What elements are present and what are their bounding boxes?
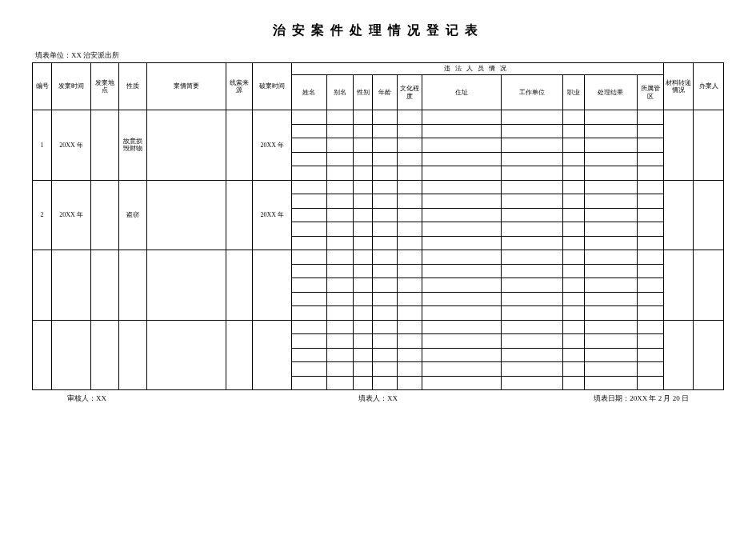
- cell-offender: [291, 222, 326, 237]
- cell-offender: [422, 110, 501, 125]
- cell-offender: [327, 124, 354, 138]
- cell-offender: [291, 166, 326, 181]
- cell-offender: [327, 376, 354, 390]
- cell-offender: [502, 110, 563, 125]
- table-row: [33, 320, 724, 334]
- header-unit-value: XX 治安派出所: [71, 51, 119, 59]
- cell-time: [52, 320, 90, 390]
- cell-offender: [373, 222, 398, 237]
- cell-offender: [584, 138, 637, 153]
- page: 治安案件处理情况登记表 填表单位：XX 治安派出所: [0, 0, 756, 535]
- cell-offender: [584, 152, 637, 166]
- cell-offender: [291, 236, 326, 250]
- cell-offender: [422, 376, 501, 390]
- cell-offender: [327, 236, 354, 250]
- cell-offender: [422, 236, 501, 250]
- cell-offender: [373, 194, 398, 209]
- cell-no: 1: [33, 110, 52, 181]
- cell-offender: [502, 362, 563, 377]
- cell-offender: [502, 334, 563, 349]
- cell-solvetime: [253, 320, 291, 390]
- col-alias: 别名: [327, 75, 354, 110]
- cell-offender: [584, 236, 637, 250]
- cell-offender: [502, 180, 563, 194]
- cell-offender: [584, 208, 637, 222]
- cell-offender: [354, 180, 373, 194]
- cell-source: [226, 180, 253, 250]
- cell-offender: [502, 124, 563, 138]
- col-gender: 性别: [354, 75, 373, 110]
- cell-place: [90, 250, 118, 321]
- cell-offender: [354, 362, 373, 377]
- cell-offender: [398, 362, 422, 377]
- cell-offender: [584, 334, 637, 349]
- cell-offender: [354, 222, 373, 237]
- cell-offender: [373, 348, 398, 362]
- cell-offender: [327, 208, 354, 222]
- header-unit-label: 填表单位：: [35, 51, 71, 59]
- cell-offender: [327, 152, 354, 166]
- cell-offender: [398, 180, 422, 194]
- cell-offender: [291, 306, 326, 321]
- cell-offender: [637, 334, 663, 349]
- cell-transfer: [663, 110, 693, 181]
- cell-summary: [147, 180, 226, 250]
- col-time: 发案时间: [52, 63, 90, 110]
- cell-offender: [563, 166, 584, 181]
- cell-offender: [373, 362, 398, 377]
- cell-offender: [563, 250, 584, 265]
- cell-offender: [637, 194, 663, 209]
- col-group-offender: 违法人员情况: [291, 63, 663, 75]
- cell-offender: [398, 138, 422, 153]
- cell-offender: [422, 208, 501, 222]
- cell-offender: [373, 138, 398, 153]
- cell-offender: [584, 348, 637, 362]
- cell-offender: [354, 348, 373, 362]
- cell-offender: [637, 292, 663, 306]
- cell-summary: [147, 320, 226, 390]
- cell-no: [33, 250, 52, 321]
- cell-offender: [327, 348, 354, 362]
- cell-nature: 盗窃: [118, 180, 146, 250]
- cell-offender: [291, 124, 326, 138]
- cell-offender: [563, 222, 584, 237]
- register-table: 编号 发案时间 发案地点 性质 案情简要 线索来源 破案时间 违法人员情况 材料…: [32, 62, 724, 390]
- cell-solvetime: 20XX 年: [253, 180, 291, 250]
- cell-place: [90, 320, 118, 390]
- cell-offender: [422, 152, 501, 166]
- table-row: [33, 250, 724, 265]
- cell-offender: [502, 152, 563, 166]
- cell-offender: [563, 152, 584, 166]
- cell-offender: [291, 110, 326, 125]
- cell-offender: [637, 362, 663, 377]
- header-row-1: 编号 发案时间 发案地点 性质 案情简要 线索来源 破案时间 违法人员情况 材料…: [33, 63, 724, 75]
- cell-offender: [563, 278, 584, 293]
- header-unit: 填表单位：XX 治安派出所: [35, 50, 724, 61]
- cell-offender: [502, 194, 563, 209]
- cell-offender: [584, 222, 637, 237]
- cell-offender: [354, 250, 373, 265]
- cell-offender: [563, 208, 584, 222]
- cell-offender: [502, 348, 563, 362]
- cell-offender: [398, 166, 422, 181]
- cell-offender: [327, 250, 354, 265]
- cell-offender: [637, 124, 663, 138]
- cell-offender: [502, 320, 563, 334]
- cell-offender: [502, 250, 563, 265]
- cell-offender: [327, 222, 354, 237]
- cell-transfer: [663, 320, 693, 390]
- cell-offender: [327, 334, 354, 349]
- cell-offender: [373, 166, 398, 181]
- cell-offender: [422, 180, 501, 194]
- cell-handler: [694, 110, 724, 181]
- cell-offender: [373, 306, 398, 321]
- cell-offender: [563, 236, 584, 250]
- table-body: 120XX 年故意损毁财物20XX 年220XX 年盗窃20XX 年: [33, 110, 724, 390]
- cell-offender: [291, 320, 326, 334]
- cell-summary: [147, 110, 226, 181]
- cell-offender: [373, 292, 398, 306]
- cell-offender: [398, 348, 422, 362]
- cell-time: [52, 250, 90, 321]
- cell-offender: [422, 362, 501, 377]
- cell-offender: [563, 292, 584, 306]
